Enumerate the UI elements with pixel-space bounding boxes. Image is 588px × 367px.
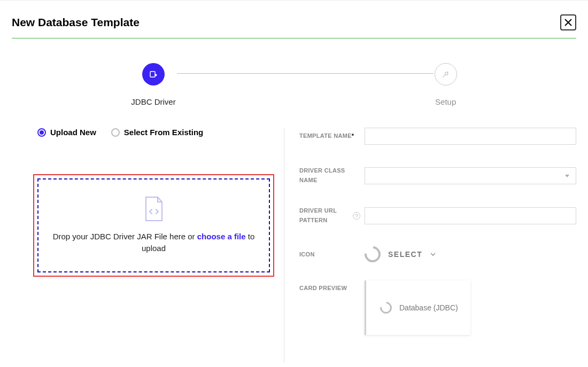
step-connector (177, 73, 434, 74)
driver-class-select[interactable] (365, 167, 576, 184)
driver-url-label: DRIVER URL PATTERN (299, 206, 351, 225)
row-driver-url: DRIVER URL PATTERN ? (299, 206, 576, 225)
template-name-label-text: TEMPLATE NAME (299, 132, 352, 139)
spinner-icon (361, 243, 384, 266)
dropzone-prefix: Drop your JDBC Driver JAR File here or (53, 232, 197, 241)
step2-circle (435, 63, 457, 85)
step1-circle (142, 63, 165, 85)
card-preview-label: CARD PREVIEW (299, 280, 365, 293)
card-preview: Database (JDBC) (365, 280, 470, 335)
radio-upload-new-label: Upload New (50, 128, 96, 137)
template-name-label: TEMPLATE NAME* (299, 131, 365, 141)
right-panel: TEMPLATE NAME* DRIVER CLASS NAME DRIVER … (284, 128, 576, 363)
spinner-icon-small (378, 300, 394, 316)
modal-header: New Database Template (0, 1, 588, 38)
row-card-preview: CARD PREVIEW Database (JDBC) (299, 280, 576, 335)
step2-label: Setup (435, 97, 456, 106)
stepper: JDBC Driver Setup (0, 38, 588, 128)
upload-mode-radios: Upload New Select From Existing (12, 128, 274, 137)
radio-select-existing-label: Select From Existing (124, 128, 203, 137)
row-template-name: TEMPLATE NAME* (299, 128, 576, 145)
chevron-down-icon (430, 251, 436, 257)
step-jdbc-driver[interactable]: JDBC Driver (131, 63, 175, 106)
topbar-divider (0, 0, 588, 1)
radio-select-existing[interactable]: Select From Existing (111, 128, 203, 137)
left-panel: Upload New Select From Existing Drop you… (12, 128, 284, 363)
icon-select[interactable]: SELECT (365, 246, 436, 262)
import-icon (149, 69, 158, 79)
svg-rect-2 (150, 72, 155, 77)
row-icon: ICON SELECT (299, 246, 576, 262)
required-asterisk: * (352, 132, 354, 139)
help-icon[interactable]: ? (353, 212, 360, 220)
icon-select-label: SELECT (388, 250, 422, 259)
icon-label: ICON (299, 250, 365, 260)
template-name-input[interactable] (365, 128, 576, 145)
modal-title: New Database Template (12, 16, 140, 29)
close-button[interactable] (560, 14, 576, 30)
jar-dropzone[interactable]: Drop your JDBC Driver JAR File here or c… (37, 178, 270, 272)
driver-url-input[interactable] (365, 207, 576, 224)
radio-upload-new-input[interactable] (37, 128, 46, 137)
driver-class-label: DRIVER CLASS NAME (299, 166, 365, 185)
radio-select-existing-input[interactable] (111, 128, 120, 137)
content: Upload New Select From Existing Drop you… (0, 128, 588, 363)
card-preview-text: Database (JDBC) (399, 303, 458, 312)
radio-upload-new[interactable]: Upload New (37, 128, 96, 137)
dropzone-text: Drop your JDBC Driver JAR File here or c… (49, 231, 258, 255)
close-icon (564, 18, 572, 27)
driver-url-label-wrap: DRIVER URL PATTERN ? (299, 206, 365, 225)
dropzone-highlight: Drop your JDBC Driver JAR File here or c… (33, 174, 274, 277)
step1-label: JDBC Driver (131, 97, 175, 106)
step-setup[interactable]: Setup (435, 63, 457, 106)
choose-file-link[interactable]: choose a file (197, 232, 246, 241)
wrench-icon (442, 70, 450, 79)
new-database-template-modal: New Database Template JDBC Driver (0, 0, 588, 367)
row-driver-class: DRIVER CLASS NAME (299, 166, 576, 185)
code-file-icon (144, 197, 164, 221)
